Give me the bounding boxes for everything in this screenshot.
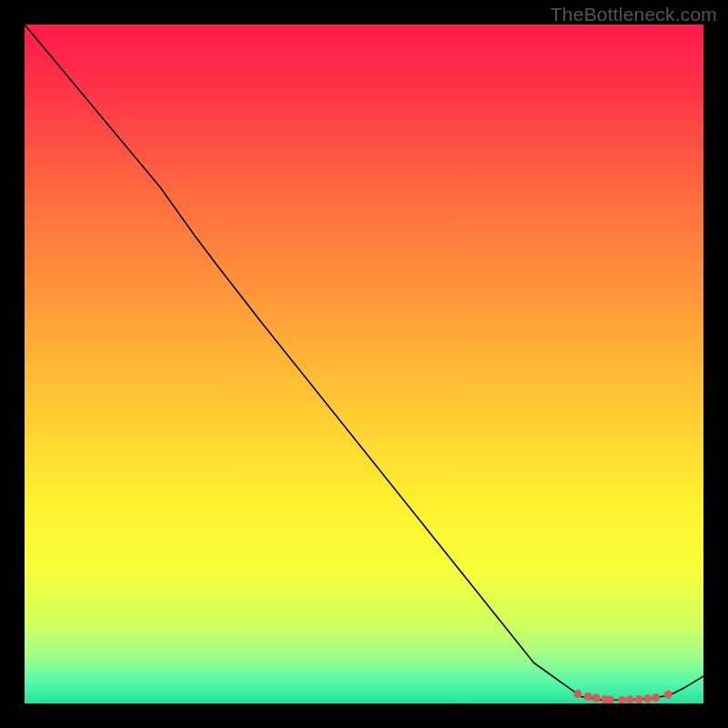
chart-frame: TheBottleneck.com bbox=[0, 0, 728, 728]
watermark-text: TheBottleneck.com bbox=[551, 4, 717, 25]
marker-dot bbox=[573, 690, 581, 698]
marker-dot bbox=[606, 695, 614, 703]
marker-dot bbox=[592, 694, 601, 703]
gradient-background bbox=[25, 25, 703, 703]
plot-area bbox=[25, 25, 703, 703]
marker-dot bbox=[652, 693, 660, 702]
marker-dot bbox=[643, 694, 652, 703]
plot-svg bbox=[25, 25, 703, 703]
marker-dot bbox=[626, 695, 634, 703]
marker-dot bbox=[635, 695, 643, 703]
marker-dot bbox=[664, 691, 672, 699]
marker-dot bbox=[584, 693, 592, 701]
